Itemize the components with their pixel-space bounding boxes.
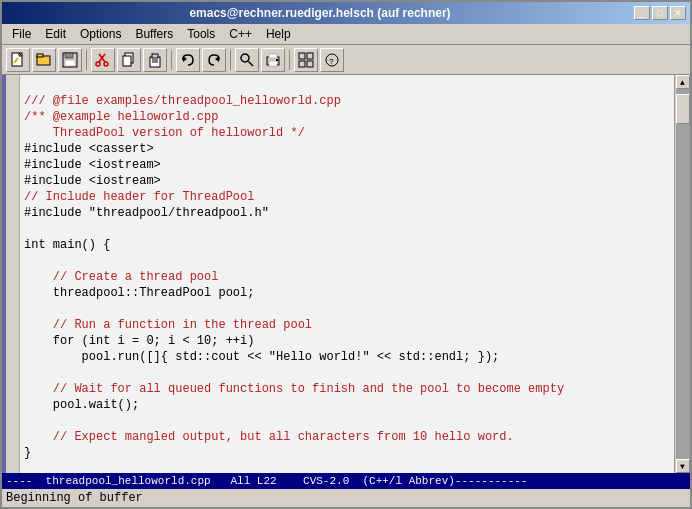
svg-marker-20 [215, 56, 219, 62]
svg-rect-7 [65, 53, 73, 58]
svg-marker-19 [183, 56, 187, 62]
search-button[interactable] [235, 48, 259, 72]
code-line-13: threadpool::ThreadPool pool; [24, 286, 254, 300]
menu-tools[interactable]: Tools [181, 25, 221, 43]
menu-cpp[interactable]: C++ [223, 25, 258, 43]
copy-button[interactable] [117, 48, 141, 72]
toolbar-sep-4 [289, 50, 290, 70]
svg-rect-30 [307, 61, 313, 67]
toolbar-extra-btn2[interactable]: ? [320, 48, 344, 72]
window-controls: _ □ ✕ [634, 6, 686, 20]
print-button[interactable] [261, 48, 285, 72]
code-line-17: pool.run([]{ std::cout << "Hello world!"… [24, 350, 499, 364]
code-line-4: #include <cassert> [24, 142, 154, 156]
menu-options[interactable]: Options [74, 25, 127, 43]
toolbar-sep-3 [230, 50, 231, 70]
code-line-22: // Expect mangled output, but all charac… [24, 430, 514, 444]
svg-point-21 [241, 54, 249, 62]
cut-button[interactable] [91, 48, 115, 72]
code-line-1: /// @file examples/threadpool_helloworld… [24, 94, 341, 108]
svg-rect-27 [299, 53, 305, 59]
code-line-15: // Run a function in the thread pool [24, 318, 312, 332]
code-line-5: #include <iostream> [24, 158, 161, 172]
code-line-2: /** @example helloworld.cpp [24, 110, 218, 124]
code-line-7: // Include header for ThreadPool [24, 190, 254, 204]
svg-text:?: ? [329, 57, 334, 66]
scroll-thumb[interactable] [676, 94, 690, 124]
toolbar-extra-btn1[interactable] [294, 48, 318, 72]
svg-point-11 [96, 62, 100, 66]
code-line-12: // Create a thread pool [24, 270, 218, 284]
code-content: /// @file examples/threadpool_helloworld… [20, 75, 674, 473]
toolbar: ? [2, 45, 690, 75]
mode-line: ---- threadpool_helloworld.cpp All L22 C… [2, 473, 690, 489]
redo-button[interactable] [202, 48, 226, 72]
main-window: emacs@rechner.ruediger.helsch (auf rechn… [0, 0, 692, 509]
menu-file[interactable]: File [6, 25, 37, 43]
svg-rect-26 [276, 59, 278, 61]
svg-rect-8 [65, 60, 75, 66]
open-file-button[interactable] [32, 48, 56, 72]
svg-point-12 [104, 62, 108, 66]
mode-line-text: ---- threadpool_helloworld.cpp All L22 C… [6, 475, 528, 487]
minimize-button[interactable]: _ [634, 6, 650, 20]
code-line-3: ThreadPool version of helloworld */ [24, 126, 305, 140]
toolbar-sep-1 [86, 50, 87, 70]
echo-area-text: Beginning of buffer [6, 491, 143, 505]
scroll-down-button[interactable]: ▼ [676, 459, 690, 473]
toolbar-sep-2 [171, 50, 172, 70]
code-line-19: // Wait for all queued functions to fini… [24, 382, 564, 396]
code-line-8: #include "threadpool/threadpool.h" [24, 206, 269, 220]
undo-button[interactable] [176, 48, 200, 72]
scroll-track[interactable] [676, 89, 690, 459]
svg-rect-16 [152, 54, 158, 58]
paste-button[interactable] [143, 48, 167, 72]
svg-rect-29 [299, 61, 305, 67]
code-editor[interactable]: /// @file examples/threadpool_helloworld… [20, 75, 674, 473]
scroll-up-button[interactable]: ▲ [676, 75, 690, 89]
svg-rect-5 [37, 54, 43, 57]
code-line-10: int main() { [24, 238, 110, 252]
menu-buffers[interactable]: Buffers [129, 25, 179, 43]
code-line-16: for (int i = 0; i < 10; ++i) [24, 334, 254, 348]
window-title: emacs@rechner.ruediger.helsch (auf rechn… [6, 6, 634, 20]
menu-edit[interactable]: Edit [39, 25, 72, 43]
maximize-button[interactable]: □ [652, 6, 668, 20]
save-file-button[interactable] [58, 48, 82, 72]
code-line-20: pool.wait(); [24, 398, 139, 412]
editor-area: /// @file examples/threadpool_helloworld… [2, 75, 690, 473]
svg-rect-24 [269, 61, 277, 66]
close-button[interactable]: ✕ [670, 6, 686, 20]
title-bar: emacs@rechner.ruediger.helsch (auf rechn… [2, 2, 690, 24]
svg-rect-14 [123, 56, 131, 66]
svg-rect-25 [269, 54, 277, 58]
new-file-button[interactable] [6, 48, 30, 72]
code-line-6: #include <iostream> [24, 174, 161, 188]
svg-rect-28 [307, 53, 313, 59]
svg-line-22 [249, 61, 254, 66]
echo-area: Beginning of buffer [2, 489, 690, 507]
vertical-scrollbar[interactable]: ▲ ▼ [674, 75, 690, 473]
menu-bar: File Edit Options Buffers Tools C++ Help [2, 24, 690, 45]
line-number-gutter [2, 75, 20, 473]
menu-help[interactable]: Help [260, 25, 297, 43]
code-line-23: } [24, 446, 31, 460]
